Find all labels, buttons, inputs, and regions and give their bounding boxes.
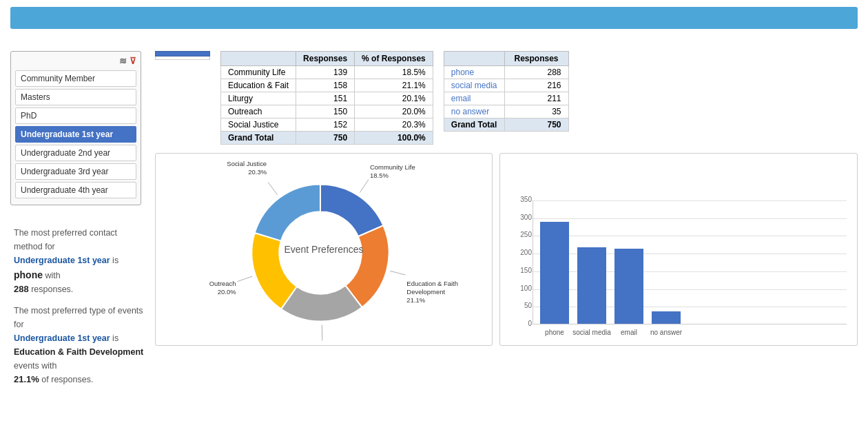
event-row-responses: 150 — [296, 105, 355, 118]
event-table-row: Community Life 139 18.5% — [221, 66, 433, 79]
y-axis-label: 300 — [513, 214, 532, 221]
slicer-item-phd[interactable]: PhD — [15, 107, 136, 124]
date-row — [0, 33, 868, 44]
event-row-label: Outreach — [221, 105, 296, 118]
y-axis-label-zero: 0 — [513, 320, 532, 327]
event-row-label: Grand Total — [221, 132, 296, 145]
main-content: ≋ ⊽ Community Member Masters PhD Undergr… — [0, 51, 868, 394]
event-row-responses: 139 — [296, 66, 355, 79]
svg-line-4 — [268, 183, 278, 195]
contact-row-label: email — [444, 92, 504, 105]
bar-col: social media — [577, 200, 606, 324]
filter-icon[interactable]: ⊽ — [130, 56, 136, 66]
header-banner — [10, 7, 858, 29]
event-col-label — [221, 52, 296, 66]
insight1-count: 288 — [14, 284, 29, 294]
contact-row-label: no answer — [444, 105, 504, 118]
contact-table-row: phone 288 — [444, 66, 568, 79]
bar-rect — [577, 247, 606, 324]
sort-icon[interactable]: ≋ — [119, 56, 127, 66]
contact-table-row: email 211 — [444, 92, 568, 105]
slicer-item-ug1[interactable]: Undergraduate 1st year — [15, 126, 136, 143]
event-table: Responses % of Responses Community Life … — [220, 51, 433, 145]
contact-table-row: no answer 35 — [444, 105, 568, 118]
donut-label: Outreach20.0% — [209, 280, 236, 296]
event-table-row: Grand Total 750 100.0% — [221, 132, 433, 145]
event-row-pct: 20.3% — [355, 118, 433, 132]
event-row-pct: 20.0% — [355, 105, 433, 118]
donut-label: Education & FaithDevelopment21.1% — [406, 280, 458, 304]
contact-row-label: phone — [444, 66, 504, 79]
contact-table-row: Grand Total 750 — [444, 118, 568, 132]
event-row-label: Liturgy — [221, 92, 296, 105]
event-row-responses: 152 — [296, 118, 355, 132]
donut-svg: Community Life18.5%Education & FaithDeve… — [156, 153, 492, 346]
svg-line-0 — [360, 179, 369, 192]
total-label — [155, 51, 210, 56]
bar-label: phone — [545, 329, 564, 336]
event-row-label: Social Justice — [221, 118, 296, 132]
event-table-row: Liturgy 151 20.1% — [221, 92, 433, 105]
event-row-label: Education & Fait — [221, 79, 296, 92]
contact-row-responses: 211 — [504, 92, 568, 105]
contact-row-responses: 750 — [504, 118, 568, 132]
event-row-pct: 21.1% — [355, 79, 433, 92]
insight-text: The most preferred contact method for Un… — [10, 226, 148, 387]
insight1-phone: phone — [14, 269, 43, 280]
bar-label: social media — [572, 329, 611, 336]
contact-col-responses: Responses — [504, 52, 568, 66]
bar-col: no answer — [652, 200, 681, 324]
contact-row-responses: 35 — [504, 105, 568, 118]
slicer-item-masters[interactable]: Masters — [15, 89, 136, 105]
contact-table: Responses phone 288social media 216email… — [444, 51, 569, 132]
top-right: Responses % of Responses Community Life … — [155, 51, 858, 394]
svg-line-2 — [322, 325, 322, 341]
event-table-row: Outreach 150 20.0% — [221, 105, 433, 118]
event-row-label: Community Life — [221, 66, 296, 79]
contact-col-label — [444, 52, 504, 66]
slicer-item-ug3[interactable]: Undergraduate 3rd year — [15, 163, 136, 180]
svg-line-3 — [238, 276, 253, 281]
event-row-responses: 750 — [296, 132, 355, 145]
svg-line-1 — [390, 271, 405, 275]
svg-point-5 — [280, 213, 360, 293]
y-axis-label: 150 — [513, 267, 532, 274]
contact-row-responses: 288 — [504, 66, 568, 79]
bar-col: email — [614, 200, 643, 324]
event-table-row: Education & Fait 158 21.1% — [221, 79, 433, 92]
total-responses-box — [155, 51, 210, 60]
insight2-pct: 21.1% — [14, 374, 39, 384]
bar-col: phone — [540, 200, 569, 324]
bar-chart: 501001502002503003500phonesocial mediaem… — [499, 153, 858, 346]
contact-row-responses: 216 — [504, 79, 568, 92]
slicer-item-ug2[interactable]: Undergraduate 2nd year — [15, 145, 136, 161]
left-panel: ≋ ⊽ Community Member Masters PhD Undergr… — [10, 51, 148, 394]
slicer-icons: ≋ ⊽ — [119, 56, 136, 66]
bar-label: no answer — [650, 329, 682, 336]
event-row-pct: 100.0% — [355, 132, 433, 145]
slicer-box: ≋ ⊽ Community Member Masters PhD Undergr… — [10, 51, 141, 205]
slicer-item-community[interactable]: Community Member — [15, 70, 136, 87]
slicer-item-ug4[interactable]: Undergraduate 4th year — [15, 182, 136, 198]
y-axis-label: 250 — [513, 231, 532, 238]
bar-rect — [540, 222, 569, 324]
insight2-bold: Undergraduate 1st year — [14, 333, 110, 343]
slicer-header: ≋ ⊽ — [15, 56, 136, 66]
stats-row: Responses % of Responses Community Life … — [155, 51, 858, 145]
event-col-responses: Responses — [296, 52, 355, 66]
bar-rect — [652, 311, 681, 324]
event-table-row: Social Justice 152 20.3% — [221, 118, 433, 132]
charts-row: Community Life18.5%Education & FaithDeve… — [155, 153, 858, 346]
donut-label: Social Justice20.3% — [227, 160, 267, 176]
event-row-responses: 151 — [296, 92, 355, 105]
y-axis-label: 100 — [513, 285, 532, 292]
event-row-pct: 18.5% — [355, 66, 433, 79]
donut-label: Community Life18.5% — [370, 163, 415, 179]
contact-row-label: Grand Total — [444, 118, 504, 132]
event-row-pct: 20.1% — [355, 92, 433, 105]
y-axis-label: 350 — [513, 196, 532, 203]
y-axis-label: 200 — [513, 249, 532, 256]
contact-table-row: social media 216 — [444, 79, 568, 92]
contact-row-label: social media — [444, 79, 504, 92]
insight1-bold: Undergraduate 1st year — [14, 256, 110, 265]
